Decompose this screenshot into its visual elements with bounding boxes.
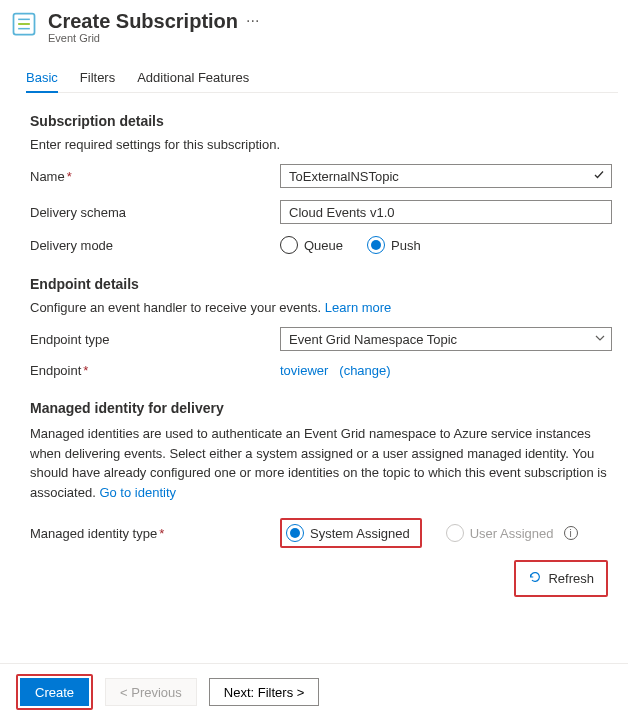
refresh-button[interactable]: Refresh: [522, 566, 600, 591]
page-title: Create Subscription: [48, 10, 238, 32]
tab-additional-features[interactable]: Additional Features: [137, 64, 249, 92]
tab-filters[interactable]: Filters: [80, 64, 115, 92]
managed-identity-type-label: Managed identity type*: [30, 526, 280, 541]
page-subtitle: Event Grid: [48, 32, 238, 44]
refresh-icon: [528, 570, 542, 587]
managed-identity-heading: Managed identity for delivery: [30, 400, 612, 416]
next-button[interactable]: Next: Filters >: [209, 678, 320, 706]
user-assigned-radio: User Assigned i: [446, 524, 578, 542]
create-button[interactable]: Create: [20, 678, 89, 706]
endpoint-type-label: Endpoint type: [30, 332, 280, 347]
delivery-mode-label: Delivery mode: [30, 238, 280, 253]
name-label: Name*: [30, 169, 280, 184]
name-input[interactable]: ToExternalNSTopic: [280, 164, 612, 188]
endpoint-details-description: Configure an event handler to receive yo…: [30, 300, 321, 315]
event-grid-icon: [10, 10, 38, 41]
subscription-details-heading: Subscription details: [30, 113, 612, 129]
delivery-mode-push-radio[interactable]: Push: [367, 236, 421, 254]
endpoint-type-select[interactable]: Event Grid Namespace Topic: [280, 327, 612, 351]
more-actions-button[interactable]: ···: [246, 10, 259, 32]
delivery-schema-label: Delivery schema: [30, 205, 280, 220]
tab-bar: Basic Filters Additional Features: [26, 64, 618, 93]
chevron-down-icon: [595, 332, 605, 346]
endpoint-change-link[interactable]: (change): [339, 363, 390, 378]
endpoint-details-heading: Endpoint details: [30, 276, 612, 292]
checkmark-icon: [593, 169, 605, 184]
endpoint-label: Endpoint*: [30, 363, 280, 378]
delivery-schema-select[interactable]: Cloud Events v1.0: [280, 200, 612, 224]
subscription-details-description: Enter required settings for this subscri…: [30, 137, 612, 152]
endpoint-value-link[interactable]: toviewer: [280, 363, 328, 378]
previous-button: < Previous: [105, 678, 197, 706]
learn-more-link[interactable]: Learn more: [325, 300, 391, 315]
delivery-mode-queue-radio[interactable]: Queue: [280, 236, 343, 254]
go-to-identity-link[interactable]: Go to identity: [99, 485, 176, 500]
system-assigned-radio[interactable]: System Assigned: [286, 524, 410, 542]
footer-bar: Create < Previous Next: Filters >: [0, 663, 628, 720]
tab-basic[interactable]: Basic: [26, 64, 58, 93]
info-icon[interactable]: i: [564, 526, 578, 540]
